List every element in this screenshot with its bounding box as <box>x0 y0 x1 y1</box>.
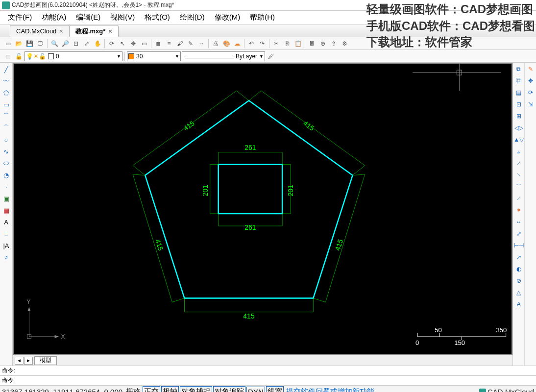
print-icon[interactable]: 🖨 <box>211 39 220 49</box>
rect-icon[interactable]: ▭ <box>2 100 11 109</box>
grid-toggle[interactable]: 栅格 <box>125 387 142 392</box>
arc2-icon[interactable]: ⌒ <box>2 123 11 132</box>
scale-icon[interactable]: ⇲ <box>526 100 535 109</box>
cloud-icon[interactable]: ☁ <box>232 39 242 49</box>
spline-icon[interactable]: ∿ <box>2 147 11 156</box>
annotate-icon[interactable]: ✎ <box>186 39 195 49</box>
lwt-toggle[interactable]: 线宽 <box>266 386 284 392</box>
dim-diameter-icon[interactable]: ⊘ <box>514 276 523 285</box>
hatch-icon[interactable]: ▦ <box>2 206 11 215</box>
paste-tool-icon[interactable]: ▤ <box>514 88 523 97</box>
dim-linear-icon[interactable]: ↔ <box>514 218 523 226</box>
polyline-icon[interactable]: 〰 <box>2 76 11 85</box>
pan-icon[interactable]: ✋ <box>93 39 102 49</box>
calc-icon[interactable]: 🖩 <box>307 39 317 49</box>
polygon-icon[interactable]: ⬠ <box>2 88 11 97</box>
rotate-view-icon[interactable]: ⟳ <box>107 39 117 49</box>
layer-lock-icon[interactable]: 🔓 <box>14 51 24 61</box>
rotate-icon[interactable]: ⟳ <box>526 88 535 97</box>
copy2-icon[interactable]: ⿻ <box>514 76 523 85</box>
tab-mxcloud[interactable]: CAD.MxCloud × <box>10 25 70 37</box>
dim-angle-icon[interactable]: △ <box>514 288 523 297</box>
dim-continue-icon[interactable]: ⊢⊣ <box>514 241 523 250</box>
menu-function[interactable]: 功能(A) <box>37 12 71 23</box>
zoom-window-icon[interactable]: ⊡ <box>71 39 81 49</box>
mtext-icon[interactable]: ≡ <box>2 229 11 238</box>
command-input[interactable] <box>15 368 534 374</box>
polar-toggle[interactable]: 极轴 <box>161 386 179 392</box>
menu-edit[interactable]: 编辑(E) <box>71 12 105 23</box>
menu-view[interactable]: 视图(V) <box>105 12 140 23</box>
close-icon[interactable]: × <box>108 27 112 35</box>
point-icon[interactable]: · <box>2 182 11 191</box>
extend-icon[interactable]: ⟍ <box>514 171 523 179</box>
color-dropdown[interactable]: 30 ▼ <box>127 51 181 61</box>
erase-icon[interactable]: ✎ <box>526 65 535 74</box>
model-tab[interactable]: 模型 <box>34 356 57 365</box>
block-icon[interactable]: ▣ <box>2 194 11 203</box>
drawing-canvas[interactable]: 261 261 201 201 415 <box>14 64 512 354</box>
copy-icon[interactable]: ⎘ <box>282 39 292 49</box>
fillet-icon[interactable]: ⌒ <box>514 182 523 191</box>
feedback-link[interactable]: 提交软件问题或增加新功能 <box>284 387 376 392</box>
region-icon[interactable]: ♯ <box>2 253 11 262</box>
dyn-toggle[interactable]: DYN <box>246 387 265 392</box>
dim-radius-icon[interactable]: ◐ <box>514 265 523 273</box>
chamfer-icon[interactable]: ⟋ <box>514 194 523 203</box>
linetype-icon[interactable]: ≡ <box>164 39 174 49</box>
pan-tool-icon[interactable]: ✶ <box>514 206 523 215</box>
save-icon[interactable]: 💾 <box>24 39 34 49</box>
tolerance-icon[interactable]: ⊕ <box>318 39 328 49</box>
ellipse-arc-icon[interactable]: ◔ <box>2 171 11 179</box>
zoom-extent-icon[interactable]: ⤢ <box>82 39 92 49</box>
menu-file[interactable]: 文件(F) <box>3 12 37 23</box>
dim-icon[interactable]: ↔ <box>196 39 206 49</box>
export-icon[interactable]: ⇪ <box>329 39 339 49</box>
settings-icon[interactable]: ⚙ <box>340 39 349 49</box>
tab-tutorial[interactable]: 教程.mxg* × <box>69 25 119 37</box>
ortho-toggle[interactable]: 正交 <box>143 386 160 392</box>
menu-format[interactable]: 格式(O) <box>140 12 175 23</box>
lineweight-icon[interactable]: 🖊 <box>266 51 276 61</box>
otrack-toggle[interactable]: 对象追踪 <box>213 386 245 392</box>
cursor-icon[interactable]: ↖ <box>118 39 127 49</box>
zoom-in-icon[interactable]: 🔍 <box>49 39 59 49</box>
cut-icon[interactable]: ✂ <box>271 39 281 49</box>
copy-tool-icon[interactable]: ⧉ <box>514 65 523 74</box>
close-icon[interactable]: × <box>59 27 63 35</box>
leader-icon[interactable]: ↗ <box>514 253 523 262</box>
palette-icon[interactable]: 🎨 <box>221 39 231 49</box>
zoom-out-icon[interactable]: 🔎 <box>60 39 70 49</box>
screen-icon[interactable]: 🖵 <box>35 39 45 49</box>
menu-help[interactable]: 帮助(H) <box>245 12 280 23</box>
open-icon[interactable]: 📂 <box>14 39 24 49</box>
undo-icon[interactable]: ↶ <box>246 39 256 49</box>
move-tool-icon[interactable]: ✥ <box>526 76 535 85</box>
linetype-dropdown[interactable]: ByLayer ▼ <box>182 51 265 61</box>
tab-prev-icon[interactable]: ◄ <box>15 357 24 365</box>
line-icon[interactable]: ╱ <box>2 65 11 74</box>
mirror-v-icon[interactable]: ▲▽ <box>514 135 523 144</box>
circle-icon[interactable]: ○ <box>2 135 11 144</box>
brush-icon[interactable]: 🖌 <box>175 39 185 49</box>
array-icon[interactable]: ⊞ <box>514 112 523 121</box>
layers-icon[interactable]: ≣ <box>153 39 163 49</box>
layer-group-icon[interactable]: ≣ <box>3 51 13 61</box>
layer-dropdown[interactable]: 💡☀🔓 0 ▼ <box>24 51 122 61</box>
window-icon[interactable]: ⊡ <box>514 100 523 109</box>
command-input-2[interactable] <box>14 377 534 384</box>
trim-icon[interactable]: ⟋ <box>514 159 523 168</box>
osnap-toggle[interactable]: 对象捕捉 <box>180 386 212 392</box>
menu-draw[interactable]: 绘图(D) <box>175 12 210 23</box>
mirror-h-icon[interactable]: ⟁ <box>514 147 523 156</box>
ellipse-icon[interactable]: ⬭ <box>2 159 11 168</box>
tab-next-icon[interactable]: ► <box>24 357 33 365</box>
menu-modify[interactable]: 修改(M) <box>210 12 245 23</box>
annotation-icon[interactable]: |A <box>2 241 11 250</box>
new-icon[interactable]: ▭ <box>3 39 13 49</box>
text-icon[interactable]: A <box>2 218 11 226</box>
arc-icon[interactable]: ⌒ <box>2 112 11 121</box>
move-icon[interactable]: ✥ <box>128 39 138 49</box>
select-icon[interactable]: ▭ <box>139 39 149 49</box>
redo-icon[interactable]: ↷ <box>257 39 267 49</box>
